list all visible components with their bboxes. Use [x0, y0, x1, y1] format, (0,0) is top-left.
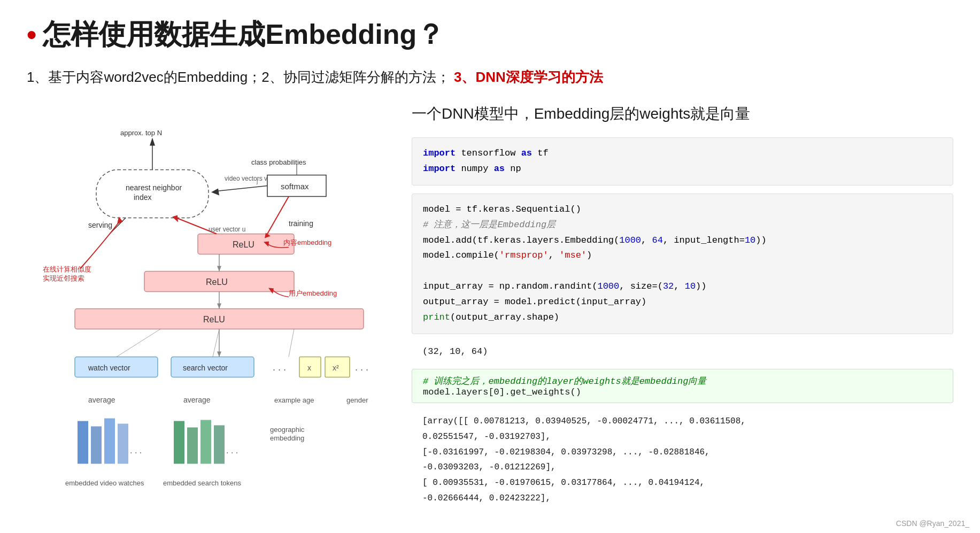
svg-rect-45 — [91, 427, 102, 464]
print-args: (output_array.shape) — [450, 312, 559, 322]
input-length-text: , input_length= — [663, 235, 745, 245]
kw-print: print — [423, 312, 450, 322]
array-output: [array([[ 0.00781213, 0.03940525, -0.000… — [412, 411, 953, 509]
svg-marker-4 — [150, 138, 155, 146]
svg-text:class probabilities: class probabilities — [251, 158, 306, 166]
alias-tf: tf — [537, 148, 548, 158]
num-64: 64 — [652, 235, 662, 245]
array-line-5: [ 0.00935531, -0.01970615, 0.03177864, .… — [422, 475, 943, 491]
subtitle-text: 1、基于内容word2vec的Embedding；2、协同过滤矩阵分解的方法； — [27, 69, 450, 85]
svg-text:ReLU: ReLU — [203, 315, 225, 324]
lib-numpy: numpy — [461, 164, 493, 174]
import-line-2: import numpy as np — [423, 161, 942, 177]
svg-text:用户embedding: 用户embedding — [289, 289, 337, 297]
nn-diagram: nearest neighbor index approx. top N sof… — [27, 104, 390, 519]
size-text: , size=( — [619, 281, 663, 291]
array-line-2: 0.02551547, -0.03192703], — [422, 429, 943, 445]
svg-marker-11 — [211, 189, 219, 196]
svg-rect-49 — [174, 421, 184, 464]
close-compile: ) — [587, 250, 592, 260]
page-container: • 怎样使用数据生成Embedding？ 1、基于内容word2vec的Embe… — [0, 0, 980, 533]
svg-text:geographic: geographic — [270, 426, 305, 434]
input-arr-text: input_array = np.random.randint( — [423, 281, 597, 291]
svg-text:watch vector: watch vector — [88, 364, 130, 372]
svg-text:nearest neighbor: nearest neighbor — [126, 183, 182, 192]
svg-rect-51 — [200, 420, 211, 464]
svg-text:embedding: embedding — [270, 434, 304, 442]
close-randint: )) — [696, 281, 706, 291]
str-mse: 'mse' — [559, 250, 587, 260]
model-add-line: model.add(tf.keras.layers.Embedding(1000… — [423, 233, 942, 249]
bullet-icon: • — [27, 19, 36, 51]
svg-text:embedded video watches: embedded video watches — [65, 479, 144, 487]
get-weights-line: model.layers[0].get_weights() — [423, 387, 942, 397]
subtitle-row: 1、基于内容word2vec的Embedding；2、协同过滤矩阵分解的方法； … — [27, 67, 953, 88]
dnn-description: 一个DNN模型中，Embedding层的weights就是向量 — [412, 104, 953, 124]
svg-text:video vectors v: video vectors v — [225, 175, 267, 182]
code-block-model: model = tf.keras.Sequential() # 注意，这一层是E… — [412, 194, 953, 334]
svg-text:softmax: softmax — [281, 182, 309, 191]
output-block-1: (32, 10, 64) — [412, 342, 953, 361]
comment-block-2: # 训练完之后，embedding的layer的weights就是embeddi… — [412, 369, 953, 403]
array-line-4: -0.03093203, -0.01212269], — [422, 460, 943, 475]
num-10-1: 10 — [745, 235, 755, 245]
watermark: CSDN @Ryan_2021_ — [896, 519, 969, 528]
content-area: nearest neighbor index approx. top N sof… — [27, 104, 953, 519]
input-array-line: input_array = np.random.randint(1000, si… — [423, 279, 942, 295]
svg-rect-52 — [214, 426, 225, 464]
svg-text:search vector: search vector — [183, 364, 228, 372]
array-line-3: [-0.03161997, -0.02198304, 0.03973298, .… — [422, 445, 943, 460]
svg-text:实现近邻搜索: 实现近邻搜索 — [43, 274, 84, 282]
svg-marker-71 — [217, 352, 221, 357]
alias-np: np — [510, 164, 521, 174]
kw-import-1: import — [423, 148, 456, 158]
num-32: 32 — [663, 281, 674, 291]
svg-marker-67 — [217, 266, 221, 272]
code-block-imports: import tensorflow as tf import numpy as … — [412, 137, 953, 186]
num-1000-2: 1000 — [597, 281, 619, 291]
right-panel: 一个DNN模型中，Embedding层的weights就是向量 import t… — [412, 104, 953, 519]
import-line-1: import tensorflow as tf — [423, 146, 942, 161]
svg-rect-0 — [96, 170, 209, 218]
comma-2: , — [549, 250, 559, 260]
svg-rect-46 — [104, 419, 115, 464]
comment-text: # 注意，这一层是Embedding层 — [423, 220, 555, 230]
kw-import-2: import — [423, 164, 456, 174]
kw-as-1: as — [521, 148, 532, 158]
kw-as-2: as — [494, 164, 505, 174]
lib-tensorflow: tensorflow — [461, 148, 521, 158]
model-add-text: model.add(tf.keras.layers.Embedding( — [423, 235, 619, 245]
svg-text:approx. top N: approx. top N — [120, 129, 162, 137]
svg-line-23 — [267, 197, 289, 234]
svg-marker-69 — [217, 304, 221, 309]
svg-text:user vector u: user vector u — [209, 226, 245, 233]
model-compile-line: model.compile('rmsprop', 'mse') — [423, 248, 942, 264]
svg-line-10 — [217, 186, 267, 191]
num-1000-1: 1000 — [619, 235, 641, 245]
compile-text: model.compile( — [423, 250, 499, 260]
str-rmsprop: 'rmsprop' — [499, 250, 549, 260]
svg-text:. . .: . . . — [130, 446, 142, 455]
svg-text:ReLU: ReLU — [233, 240, 254, 249]
svg-text:embedded search tokens: embedded search tokens — [163, 479, 241, 487]
svg-text:x: x — [307, 364, 311, 372]
model-comment: # 注意，这一层是Embedding层 — [423, 218, 942, 233]
svg-text:average: average — [183, 396, 211, 404]
array-line-6: -0.02666444, 0.02423222], — [422, 491, 943, 506]
svg-text:serving: serving — [88, 221, 112, 229]
print-line: print(output_array.shape) — [423, 310, 942, 326]
svg-text:x²: x² — [333, 364, 339, 372]
svg-text:. . .: . . . — [355, 362, 368, 373]
svg-text:在线计算相似度: 在线计算相似度 — [43, 265, 91, 273]
svg-text:gender: gender — [346, 396, 368, 404]
comment-line-2: # 训练完之后，embedding的layer的weights就是embeddi… — [423, 375, 942, 387]
title-text: 怎样使用数据生成Embedding？ — [43, 16, 444, 53]
close-paren: )) — [755, 235, 766, 245]
output-array-line: output_array = model.predict(input_array… — [423, 295, 942, 310]
svg-text:. . .: . . . — [226, 446, 238, 455]
svg-text:example age: example age — [274, 396, 314, 404]
left-panel: nearest neighbor index approx. top N sof… — [27, 104, 390, 519]
svg-line-58 — [289, 329, 294, 357]
array-line-1: [array([[ 0.00781213, 0.03940525, -0.000… — [422, 414, 943, 429]
comma-1: , — [641, 235, 652, 245]
